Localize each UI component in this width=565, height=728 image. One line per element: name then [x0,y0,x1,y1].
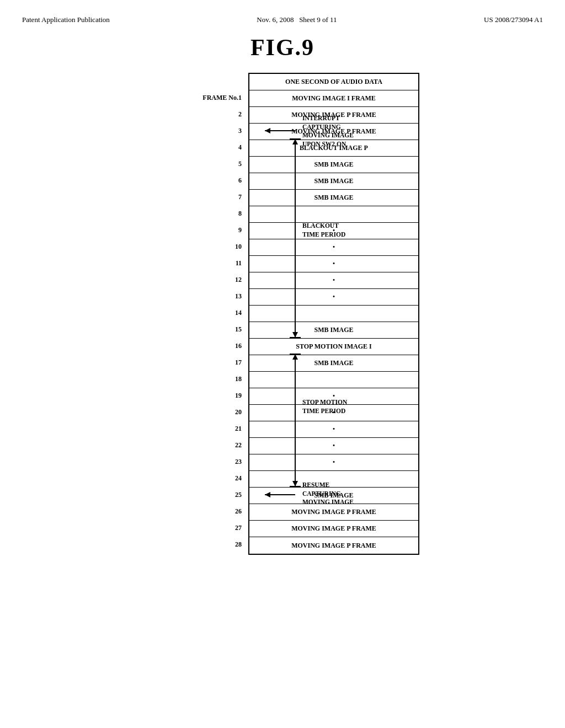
frame-label-28: 28 [201,536,245,553]
frame-label-13: 13 [201,288,245,304]
frame-label-10: 10 [201,238,245,255]
frame-label-7: 7 [201,189,245,205]
page-header: Patent Application Publication Nov. 6, 2… [0,0,565,24]
frame-label-FRAME No.1: FRAME No.1 [201,89,245,106]
frame-label-18: 18 [201,371,245,387]
frame-label-6: 6 [201,172,245,189]
frame-label-5: 5 [201,156,245,172]
header-left: Patent Application Publication [22,15,110,24]
frame-label-11: 11 [201,255,245,271]
header-right: US 2008/273094 A1 [484,15,543,24]
resume-annotation: RESUME CAPTURING MOVING IMAGE [302,481,354,507]
frame-label-27: 27 [201,520,245,536]
frame-label-20: 20 [201,404,245,420]
frame-label-2: 2 [201,106,245,122]
blackout-annotation: BLACKOUT TIME PERIOD [302,222,345,239]
frame-label-header [201,73,245,89]
frame-label-16: 16 [201,338,245,354]
frame-label-25: 25 [201,486,245,503]
frame-label-26: 26 [201,503,245,520]
sheet-info: Sheet 9 of 11 [299,15,337,24]
frame-label-9: 9 [201,222,245,238]
frame-label-12: 12 [201,271,245,288]
frame-label-19: 19 [201,387,245,404]
frame-label-14: 14 [201,304,245,321]
svg-marker-13 [265,492,270,497]
frame-label-3: 3 [201,122,245,139]
frame-label-15: 15 [201,321,245,338]
frame-label-21: 21 [201,420,245,437]
stopmotion-annotation: STOP MOTION TIME PERIOD [302,398,347,415]
frame-label-23: 23 [201,453,245,470]
svg-marker-11 [292,481,298,486]
diagram-area: FRAME No.1234567891011121314151617181920… [0,73,565,555]
svg-marker-1 [265,128,270,133]
frame-label-17: 17 [201,354,245,371]
svg-marker-6 [292,139,298,144]
figure-title: FIG.9 [0,34,565,61]
frame-label-8: 8 [201,205,245,222]
svg-marker-10 [292,354,298,360]
header-center-date: Nov. 6, 2008 Sheet 9 of 11 [257,15,337,24]
svg-marker-5 [292,332,298,338]
frame-labels: FRAME No.1234567891011121314151617181920… [201,73,248,553]
frame-label-24: 24 [201,470,245,486]
interrupt-annotation: INTERRUPT CAPTURING MOVING IMAGE UPON SW… [302,114,354,148]
frame-label-22: 22 [201,437,245,453]
frame-label-4: 4 [201,139,245,156]
